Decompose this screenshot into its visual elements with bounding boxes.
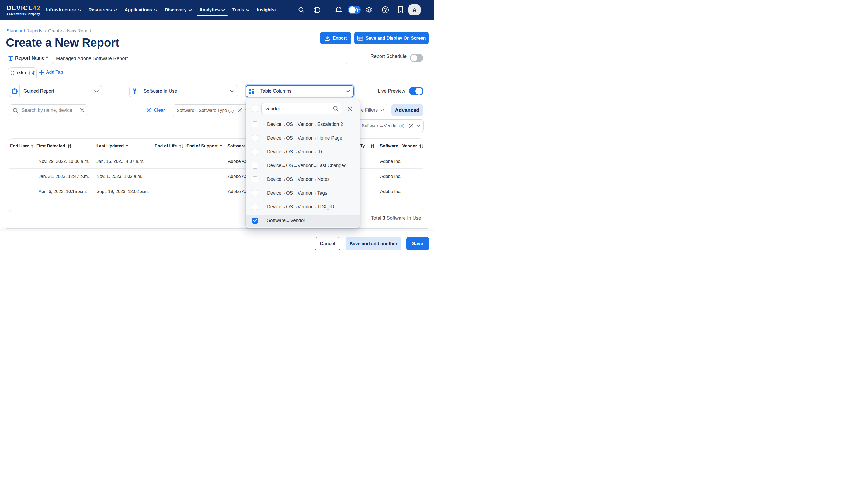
column-header-last-updated[interactable]: Last Updated — [96, 143, 130, 149]
gear-icon[interactable] — [366, 6, 373, 13]
table-columns-select[interactable]: Table Columns — [246, 85, 354, 97]
advanced-button[interactable]: Advanced — [391, 104, 423, 116]
dataset-select[interactable]: Software In Use — [129, 85, 238, 97]
chevron-down-icon — [417, 124, 421, 127]
option-checkbox[interactable] — [252, 204, 258, 210]
top-navbar: DEVICE42 A Freshworks Company Infrastruc… — [0, 0, 434, 20]
option-checkbox-checked[interactable] — [252, 217, 258, 224]
table-cell-software-vendor: Adobe Inc. — [380, 158, 401, 164]
column-option[interactable]: Device→OS→Vendor→Escalation 2 — [246, 117, 360, 131]
chevron-down-icon — [230, 90, 234, 93]
option-checkbox[interactable] — [252, 121, 258, 127]
save-button[interactable]: Save — [406, 237, 429, 250]
help-icon[interactable] — [382, 6, 389, 13]
table-search-input[interactable]: Search by name, device — [9, 104, 88, 116]
theme-toggle[interactable] — [348, 6, 361, 14]
row-divider — [9, 198, 423, 198]
columns-search-input[interactable]: vendor — [261, 103, 342, 114]
cancel-button[interactable]: Cancel — [315, 237, 340, 250]
column-option-selected[interactable]: Software→Vendor — [246, 215, 360, 227]
table-cell-last-updated: Nov. 1, 2023, 1:02 a.m. — [96, 174, 142, 179]
nav-item-tools[interactable]: Tools — [232, 0, 249, 20]
save-and-add-another-button[interactable]: Save and add another — [345, 237, 401, 250]
report-name-input[interactable]: Managed Adobe Software Report — [52, 54, 348, 64]
option-checkbox[interactable] — [252, 163, 258, 169]
column-option[interactable]: Device→OS→Vendor→ID — [246, 145, 360, 159]
nav-item-analytics[interactable]: Analytics — [199, 0, 225, 20]
option-checkbox[interactable] — [252, 176, 258, 183]
column-option[interactable]: Device→OS→Vendor→Tags — [246, 186, 360, 200]
nav-item-infrastructure[interactable]: Infrastructure — [46, 0, 81, 20]
column-option[interactable]: Device→OS→Vendor→Last Changed — [246, 159, 360, 173]
avatar[interactable]: A — [409, 4, 421, 16]
chevron-down-icon — [246, 8, 249, 12]
search-icon — [333, 106, 339, 112]
report-schedule-toggle[interactable] — [410, 54, 423, 62]
theme-toggle-knob — [349, 7, 355, 13]
edit-tab-icon[interactable] — [29, 71, 35, 75]
column-option[interactable]: Device→OS→Vendor→Home Page — [246, 131, 360, 145]
app-root: DEVICE42 A Freshworks Company Infrastruc… — [0, 0, 434, 252]
logo-text: DEVICE42 — [7, 4, 41, 12]
export-button[interactable]: Export — [320, 32, 351, 44]
column-header-end-of-life[interactable]: End of Life — [155, 143, 183, 149]
option-checkbox[interactable] — [252, 190, 258, 196]
table-cell-software: Adobe Ac — [228, 189, 247, 194]
guided-report-icon — [9, 85, 20, 97]
wrench-icon — [130, 85, 140, 97]
report-schedule-label: Report Schedule — [370, 54, 406, 59]
option-checkbox[interactable] — [252, 149, 258, 155]
chevron-down-icon — [380, 109, 384, 112]
globe-icon[interactable] — [313, 6, 321, 14]
search-icon[interactable] — [298, 7, 305, 13]
search-icon — [13, 107, 19, 113]
table-columns-dropdown: vendor Device→OS→Vendor→Escalation 2 Dev… — [246, 99, 360, 228]
column-header-end-of-support[interactable]: End of Support — [186, 143, 224, 149]
select-all-checkbox[interactable] — [252, 106, 258, 112]
report-mode-select[interactable]: Guided Report — [9, 85, 102, 97]
column-header-end-user[interactable]: End User — [10, 143, 35, 149]
download-icon — [324, 35, 330, 41]
live-preview-toggle[interactable] — [409, 87, 423, 95]
table-cell-first-detected: April 6, 2023, 10:15 a.m. — [39, 189, 87, 194]
add-tab-button[interactable]: Add Tab — [39, 70, 63, 75]
remove-chip-icon[interactable] — [409, 123, 414, 128]
column-option[interactable]: Device→OS→Vendor→TDX_ID — [246, 200, 360, 214]
option-checkbox[interactable] — [252, 135, 258, 141]
save-and-display-button[interactable]: Save and Display On Screen — [354, 32, 428, 44]
nav-item-discovery[interactable]: Discovery — [165, 0, 192, 20]
software-type-filter-chip[interactable]: Software→Software Type (1) — [173, 104, 254, 116]
drag-handle-icon[interactable] — [11, 71, 14, 75]
close-search-icon[interactable] — [347, 106, 352, 111]
chevron-down-icon — [78, 8, 81, 12]
chevron-down-icon — [188, 8, 192, 12]
chevron-down-icon — [345, 90, 350, 93]
toggle-knob — [415, 88, 422, 95]
nav-item-resources[interactable]: Resources — [89, 0, 117, 20]
nav-item-insights[interactable]: Insights+ — [257, 0, 277, 20]
table-icon — [357, 35, 363, 41]
remove-chip-icon[interactable] — [238, 108, 242, 113]
tabs-divider — [6, 78, 428, 78]
table-cell-software: Adobe Ac — [228, 174, 247, 179]
column-header-first-detected[interactable]: First Detected — [37, 143, 71, 149]
software-vendor-filter-chip[interactable]: Software→Vendor (4) — [355, 120, 424, 132]
clear-search-icon[interactable] — [80, 108, 84, 113]
column-header-software-vendor[interactable]: Software→Vendor — [380, 143, 423, 149]
table-cell-first-detected: Jan. 31, 2023, 12:47 p.m. — [39, 174, 89, 179]
breadcrumb-standard-reports[interactable]: Standard Reports — [7, 28, 42, 33]
column-header-type[interactable]: Ty... — [360, 143, 374, 149]
nav-item-applications[interactable]: Applications — [124, 0, 157, 20]
bell-icon[interactable] — [335, 6, 342, 14]
tab-1[interactable]: Tab 1 — [8, 68, 37, 78]
row-divider — [9, 168, 423, 169]
column-option[interactable]: Device→OS→Vendor→Notes — [246, 173, 360, 186]
device42-logo[interactable]: DEVICE42 A Freshworks Company — [7, 5, 41, 16]
preview-table: End User First Detected Last Updated End… — [9, 138, 423, 212]
column-header-software[interactable]: Software — [227, 143, 246, 149]
clear-filters-button[interactable]: Clear — [146, 107, 165, 113]
plus-icon — [39, 70, 44, 75]
avatar-letter: A — [412, 7, 416, 13]
bookmark-icon[interactable] — [397, 6, 404, 13]
table-cell-first-detected: Nov. 29, 2022, 10:06 a.m. — [39, 158, 90, 164]
